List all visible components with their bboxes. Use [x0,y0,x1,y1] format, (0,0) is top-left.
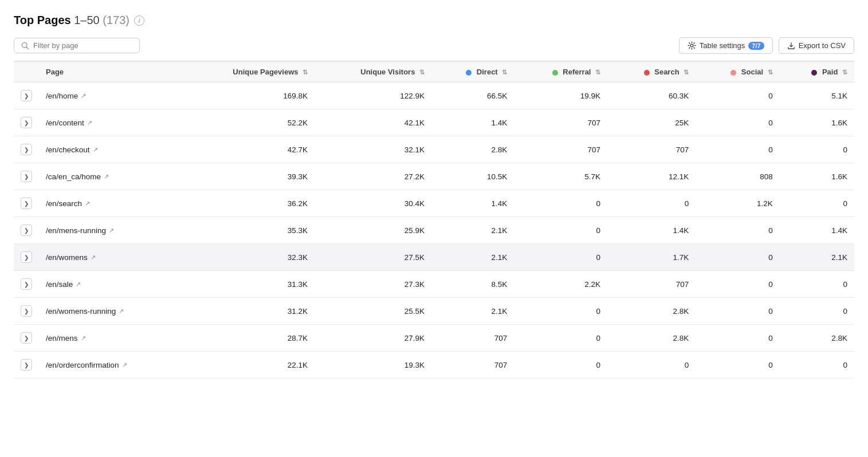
external-link-icon[interactable]: ↗ [85,200,90,207]
paid-cell: 0 [780,136,854,163]
page-link: /en/search ↗ [46,199,90,208]
external-link-icon[interactable]: ↗ [119,308,124,315]
sort-icon: ⇅ [842,69,847,76]
expand-cell: ❯ [14,325,39,352]
filter-input[interactable] [33,41,132,50]
external-link-icon[interactable]: ↗ [93,146,98,153]
sort-icon: ⇅ [303,69,308,76]
social-cell: 0 [696,109,780,136]
expand-button[interactable]: ❯ [21,278,32,290]
table-row: ❯ /en/checkout ↗ 42.7K 32.1K 2.8K 707 70… [14,136,854,163]
paid-cell: 1.6K [780,109,854,136]
table-settings-button[interactable]: Table settings 7/7 [679,37,773,54]
expand-button[interactable]: ❯ [21,144,32,155]
paid-cell: 2.8K [780,325,854,352]
referral-cell: 19.9K [514,82,607,109]
external-link-icon[interactable]: ↗ [81,92,86,100]
expand-cell: ❯ [14,163,39,190]
external-link-icon[interactable]: ↗ [87,119,92,127]
gear-icon [688,41,696,50]
export-label: Export to CSV [799,41,846,50]
unique-visitors-cell: 30.4K [315,190,431,217]
page-cell: /en/womens-running ↗ [39,298,182,325]
col-direct-label: Direct [477,68,498,76]
col-referral-label: Referral [563,68,591,76]
expand-button[interactable]: ❯ [21,332,32,344]
external-link-icon[interactable]: ↗ [122,361,127,369]
col-social-label: Social [741,68,763,76]
unique-pageviews-cell: 22.1K [182,352,315,379]
expand-button[interactable]: ❯ [21,171,32,182]
unique-visitors-cell: 42.1K [315,109,431,136]
paid-cell: 1.4K [780,217,854,244]
expand-cell: ❯ [14,109,39,136]
page-path: /ca/en_ca/home [46,172,101,181]
external-link-icon[interactable]: ↗ [104,173,109,180]
table-row: ❯ /en/orderconfirmation ↗ 22.1K 19.3K 70… [14,352,854,379]
toolbar: Table settings 7/7 Export to CSV [14,37,854,54]
paid-cell: 0 [780,271,854,298]
external-link-icon[interactable]: ↗ [76,281,81,288]
social-cell: 0 [696,136,780,163]
expand-button[interactable]: ❯ [21,224,32,236]
page-path: /en/content [46,119,84,127]
sort-icon: ⇅ [419,69,425,76]
expand-cell: ❯ [14,271,39,298]
direct-cell: 2.8K [431,136,514,163]
external-link-icon[interactable]: ↗ [109,227,114,234]
unique-pageviews-cell: 42.7K [182,136,315,163]
unique-pageviews-cell: 31.2K [182,298,315,325]
title-range: 1–50 [74,14,100,26]
col-direct[interactable]: Direct ⇅ [431,62,514,82]
export-button[interactable]: Export to CSV [779,37,854,54]
page-path: /en/checkout [46,145,90,154]
table-row: ❯ /en/mens ↗ 28.7K 27.9K 707 0 2.8K 0 2.… [14,325,854,352]
page-cell: /en/search ↗ [39,190,182,217]
search-cell: 0 [607,352,696,379]
page-cell: /en/mens ↗ [39,325,182,352]
table-row: ❯ /en/womens ↗ 32.3K 27.5K 2.1K 0 1.7K 0… [14,244,854,271]
unique-pageviews-cell: 39.3K [182,163,315,190]
col-paid[interactable]: Paid ⇅ [780,62,854,82]
social-cell: 0 [696,217,780,244]
expand-button[interactable]: ❯ [21,251,32,263]
col-unique-visitors[interactable]: Unique Visitors ⇅ [315,62,431,82]
unique-visitors-cell: 27.5K [315,244,431,271]
page-link: /en/womens ↗ [46,253,96,262]
table-container: Page Unique Pageviews ⇅ Unique Visitors … [14,61,854,379]
unique-visitors-cell: 25.5K [315,298,431,325]
expand-button[interactable]: ❯ [21,117,32,128]
title-text: Top Pages [14,14,71,26]
direct-cell: 1.4K [431,190,514,217]
col-search[interactable]: Search ⇅ [607,62,696,82]
info-icon[interactable]: i [134,15,144,26]
referral-dot [552,70,558,76]
table-body: ❯ /en/home ↗ 169.8K 122.9K 66.5K 19.9K 6… [14,82,854,379]
page-title: Top Pages 1–50 (173) [14,14,129,27]
table-row: ❯ /ca/en_ca/home ↗ 39.3K 27.2K 10.5K 5.7… [14,163,854,190]
table-row: ❯ /en/womens-running ↗ 31.2K 25.5K 2.1K … [14,298,854,325]
expand-cell: ❯ [14,190,39,217]
col-social[interactable]: Social ⇅ [696,62,780,82]
paid-cell: 1.6K [780,163,854,190]
expand-button[interactable]: ❯ [21,305,32,317]
page-cell: /en/mens-running ↗ [39,217,182,244]
referral-cell: 0 [514,325,607,352]
page-link: /en/mens-running ↗ [46,226,114,235]
col-unique-pageviews[interactable]: Unique Pageviews ⇅ [182,62,315,82]
search-cell: 60.3K [607,82,696,109]
col-referral[interactable]: Referral ⇅ [514,62,607,82]
export-icon [787,42,795,50]
expand-cell: ❯ [14,136,39,163]
external-link-icon[interactable]: ↗ [81,334,86,342]
col-unique-pageviews-label: Unique Pageviews [233,68,298,76]
paid-cell: 5.1K [780,82,854,109]
expand-button[interactable]: ❯ [21,359,32,371]
direct-cell: 1.4K [431,109,514,136]
page-path: /en/mens [46,334,78,342]
expand-button[interactable]: ❯ [21,198,32,209]
external-link-icon[interactable]: ↗ [91,254,96,261]
expand-button[interactable]: ❯ [21,90,32,101]
direct-cell: 2.1K [431,298,514,325]
page-path: /en/search [46,199,82,208]
